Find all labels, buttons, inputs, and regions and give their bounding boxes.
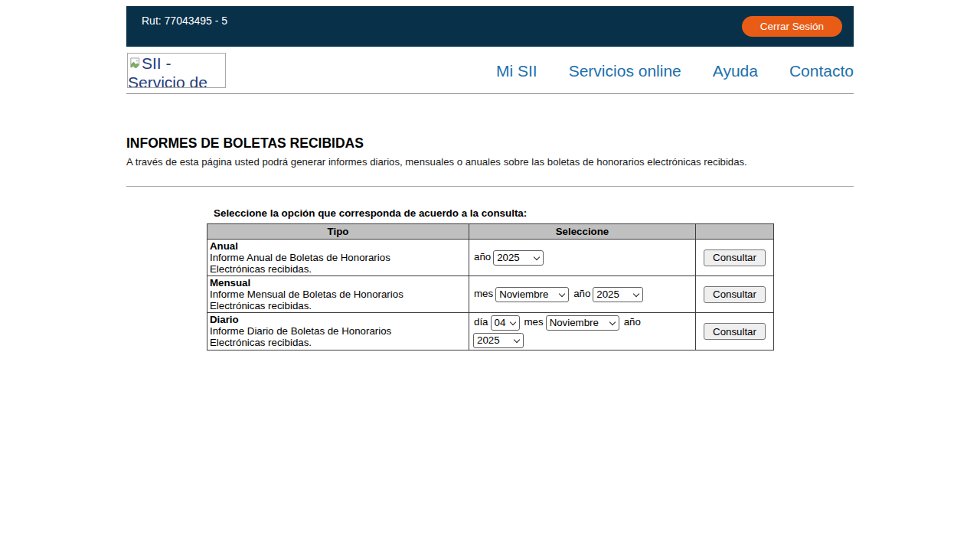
- logo-alt-text: SII - Servicio de: [128, 54, 207, 88]
- table-header-row: Tipo Seleccione: [207, 224, 774, 240]
- anual-description: Informe Anual de Boletas de Honorarios E…: [210, 252, 426, 275]
- main-nav: Mi SII Servicios online Ayuda Contacto: [496, 62, 854, 80]
- table-row-diario: Diario Informe Diario de Boletas de Hono…: [207, 313, 774, 350]
- page-container: Rut: 77043495 - 5 Cerrar Sesión SII - Se…: [126, 6, 854, 350]
- mensual-year-label: año: [573, 288, 590, 299]
- mensual-title: Mensual: [210, 277, 466, 289]
- logout-button[interactable]: Cerrar Sesión: [742, 16, 842, 37]
- diario-month-label: mes: [524, 316, 544, 328]
- nav-contacto[interactable]: Contacto: [789, 62, 854, 80]
- diario-description: Informe Diario de Boletas de Honorarios …: [210, 325, 426, 348]
- anual-title: Anual: [210, 240, 466, 252]
- page-description: A través de esta página usted podrá gene…: [126, 156, 854, 168]
- diario-month-select[interactable]: Noviembre: [546, 315, 619, 331]
- section-divider: [126, 186, 854, 187]
- diario-consultar-button[interactable]: Consultar: [704, 323, 766, 340]
- mensual-description: Informe Mensual de Boletas de Honorarios…: [210, 289, 426, 311]
- mensual-month-label: mes: [474, 288, 493, 299]
- session-topbar: Rut: 77043495 - 5 Cerrar Sesión: [126, 6, 854, 47]
- diario-day-label: día: [474, 316, 488, 328]
- broken-image-icon: [129, 54, 141, 73]
- diario-title: Diario: [210, 314, 466, 325]
- consulta-table: Tipo Seleccione Anual Informe Anual de B…: [207, 223, 774, 350]
- nav-ayuda[interactable]: Ayuda: [713, 62, 758, 80]
- rut-label: Rut: 77043495 - 5: [142, 15, 227, 27]
- header-empty: [696, 224, 774, 240]
- mensual-year-select[interactable]: 2025: [593, 287, 643, 302]
- table-row-anual: Anual Informe Anual de Boletas de Honora…: [207, 240, 774, 276]
- consulta-prompt: Seleccione la opción que corresponda de …: [207, 207, 773, 219]
- header-seleccione: Seleccione: [469, 224, 696, 240]
- mensual-consultar-button[interactable]: Consultar: [704, 286, 766, 303]
- consulta-section: Seleccione la opción que corresponda de …: [207, 207, 773, 350]
- mensual-month-select[interactable]: Noviembre: [495, 287, 569, 302]
- sii-logo[interactable]: SII - Servicio de: [127, 53, 226, 88]
- anual-consultar-button[interactable]: Consultar: [704, 249, 766, 266]
- header-tipo: Tipo: [207, 224, 469, 240]
- diario-year-label: año: [624, 316, 641, 328]
- table-row-mensual: Mensual Informe Mensual de Boletas de Ho…: [207, 276, 774, 313]
- nav-mi-sii[interactable]: Mi SII: [496, 62, 537, 80]
- anual-year-select[interactable]: 2025: [493, 250, 544, 266]
- diario-year-select[interactable]: 2025: [473, 333, 524, 348]
- page-title: INFORMES DE BOLETAS RECIBIDAS: [126, 135, 854, 152]
- site-header: SII - Servicio de Mi SII Servicios onlin…: [126, 47, 854, 94]
- diario-day-select[interactable]: 04: [491, 315, 520, 331]
- nav-servicios-online[interactable]: Servicios online: [569, 62, 681, 80]
- anual-year-label: año: [474, 251, 491, 262]
